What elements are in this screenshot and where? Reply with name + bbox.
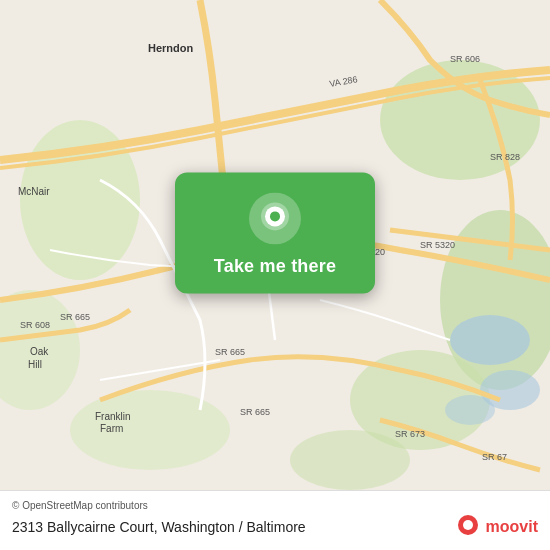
svg-point-8 bbox=[450, 315, 530, 365]
svg-text:SR 665: SR 665 bbox=[60, 312, 90, 322]
svg-text:SR 5320: SR 5320 bbox=[420, 240, 455, 250]
svg-text:SR 665: SR 665 bbox=[215, 347, 245, 357]
svg-text:SR 673: SR 673 bbox=[395, 429, 425, 439]
svg-text:Herndon: Herndon bbox=[148, 42, 194, 54]
address-text: 2313 Ballycairne Court, Washington / Bal… bbox=[12, 519, 306, 535]
svg-text:Hill: Hill bbox=[28, 359, 42, 370]
svg-point-10 bbox=[445, 395, 495, 425]
navigation-overlay-card[interactable]: Take me there bbox=[175, 172, 375, 293]
moovit-brand-text: moovit bbox=[486, 518, 538, 536]
svg-text:Oak: Oak bbox=[30, 346, 49, 357]
moovit-pin-icon bbox=[454, 513, 482, 541]
svg-text:SR 67: SR 67 bbox=[482, 452, 507, 462]
svg-point-7 bbox=[290, 430, 410, 490]
take-me-there-button[interactable]: Take me there bbox=[214, 256, 336, 277]
bottom-bar: © OpenStreetMap contributors 2313 Ballyc… bbox=[0, 490, 550, 550]
map-attribution: © OpenStreetMap contributors bbox=[12, 500, 538, 511]
map-container: VA 286 SR 606 SR 828 SR 5320 SR 665 SR 6… bbox=[0, 0, 550, 490]
svg-text:SR 608: SR 608 bbox=[20, 320, 50, 330]
svg-point-31 bbox=[270, 211, 280, 221]
svg-text:Franklin: Franklin bbox=[95, 411, 131, 422]
svg-text:SR 665: SR 665 bbox=[240, 407, 270, 417]
moovit-logo: moovit bbox=[454, 513, 538, 541]
svg-text:SR 606: SR 606 bbox=[450, 54, 480, 64]
svg-text:SR 828: SR 828 bbox=[490, 152, 520, 162]
svg-text:Farm: Farm bbox=[100, 423, 123, 434]
svg-point-33 bbox=[463, 520, 473, 530]
svg-point-6 bbox=[70, 390, 230, 470]
svg-text:McNair: McNair bbox=[18, 186, 50, 197]
location-pin-icon bbox=[249, 192, 301, 244]
